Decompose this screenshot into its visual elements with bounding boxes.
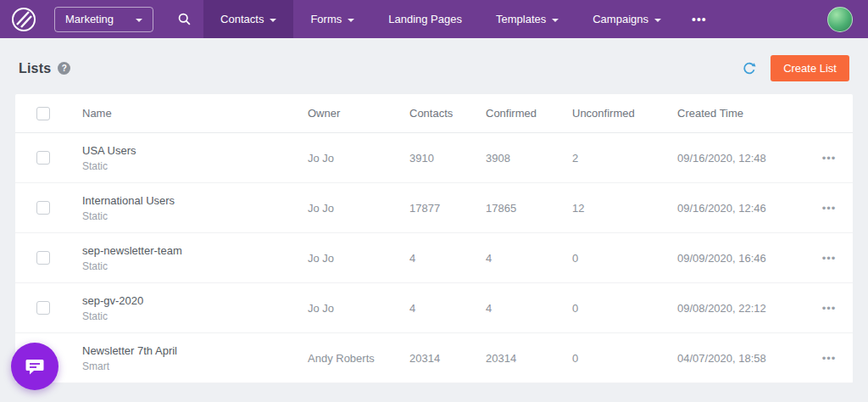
list-created-time: 09/08/2020, 22:12 (677, 302, 805, 315)
list-unconfirmed: 12 (572, 202, 677, 215)
list-type: Static (82, 310, 308, 322)
row-checkbox[interactable] (36, 301, 50, 315)
user-avatar[interactable] (827, 7, 853, 32)
refresh-button[interactable] (742, 61, 757, 76)
chevron-down-icon (552, 19, 559, 22)
list-owner: Andy Roberts (308, 352, 409, 365)
list-contacts: 4 (409, 252, 486, 265)
list-contacts: 17877 (409, 202, 486, 215)
workspace-label: Marketing (65, 13, 114, 25)
list-created-time: 04/07/2020, 18:58 (677, 352, 805, 365)
column-header-name: Name (82, 107, 308, 120)
list-type: Smart (82, 360, 308, 372)
more-icon: ••• (692, 13, 707, 26)
app-logo[interactable] (0, 0, 47, 38)
nav-label: Landing Pages (388, 13, 462, 25)
list-name[interactable]: International Users (82, 194, 308, 207)
table-row: USA Users Static Jo Jo 3910 3908 2 09/16… (15, 133, 853, 183)
list-unconfirmed: 0 (572, 302, 677, 315)
nav-label: Campaigns (593, 13, 648, 25)
table-row: Newsletter 7th April Smart Andy Roberts … (15, 333, 853, 383)
help-icon[interactable]: ? (58, 62, 70, 75)
chat-widget-button[interactable] (11, 343, 58, 390)
nav-item-contacts[interactable]: Contacts (203, 0, 293, 38)
list-name[interactable]: sep-gv-2020 (82, 294, 308, 307)
list-owner: Jo Jo (308, 152, 409, 165)
page-title: Lists (19, 61, 51, 76)
row-actions-button[interactable]: ••• (805, 302, 853, 315)
column-header-unconfirmed: Unconfirmed (572, 107, 677, 120)
list-created-time: 09/16/2020, 12:46 (677, 202, 805, 215)
main-nav: Contacts Forms Landing Pages Templates C… (203, 0, 721, 38)
list-confirmed: 3908 (486, 152, 572, 165)
nav-label: Templates (496, 13, 546, 25)
list-confirmed: 20314 (486, 352, 572, 365)
page-header-actions: Create List (742, 55, 849, 81)
chevron-down-icon (270, 19, 276, 22)
column-header-confirmed: Confirmed (486, 107, 572, 120)
list-confirmed: 4 (486, 252, 572, 265)
chat-bubble-icon (24, 355, 46, 377)
list-name[interactable]: sep-newsletter-team (82, 244, 308, 257)
column-header-owner: Owner (308, 107, 409, 120)
table-row: sep-gv-2020 Static Jo Jo 4 4 0 09/08/202… (15, 283, 853, 333)
list-contacts: 4 (409, 302, 486, 315)
table-row: International Users Static Jo Jo 17877 1… (15, 183, 853, 233)
list-confirmed: 17865 (486, 202, 572, 215)
row-checkbox[interactable] (36, 151, 50, 165)
search-icon (177, 12, 192, 26)
row-actions-button[interactable]: ••• (805, 252, 853, 265)
row-actions-button[interactable]: ••• (805, 352, 853, 365)
chevron-down-icon (348, 19, 354, 22)
list-type: Static (82, 160, 308, 172)
workspace-selector[interactable]: Marketing (54, 7, 153, 32)
list-type: Static (82, 210, 308, 222)
select-all-checkbox[interactable] (36, 107, 50, 120)
chevron-down-icon (654, 19, 661, 22)
row-checkbox[interactable] (36, 201, 50, 215)
table-row: sep-newsletter-team Static Jo Jo 4 4 0 0… (15, 233, 853, 283)
search-button[interactable] (177, 12, 192, 26)
nav-item-campaigns[interactable]: Campaigns (576, 0, 678, 38)
list-owner: Jo Jo (308, 252, 409, 265)
row-actions-button[interactable]: ••• (805, 152, 853, 165)
row-checkbox[interactable] (36, 251, 50, 265)
list-confirmed: 4 (486, 302, 572, 315)
list-owner: Jo Jo (308, 202, 409, 215)
refresh-icon (742, 61, 757, 76)
list-name[interactable]: USA Users (82, 144, 308, 157)
nav-label: Forms (310, 13, 342, 25)
chevron-down-icon (136, 19, 142, 22)
nav-item-landing-pages[interactable]: Landing Pages (371, 0, 479, 38)
list-created-time: 09/16/2020, 12:48 (677, 152, 805, 165)
list-created-time: 09/09/2020, 16:46 (677, 252, 805, 265)
row-actions-button[interactable]: ••• (805, 202, 853, 215)
list-contacts: 3910 (409, 152, 486, 165)
lists-table: Name Owner Contacts Confirmed Unconfirme… (15, 94, 853, 383)
list-name[interactable]: Newsletter 7th April (82, 344, 308, 357)
list-type: Static (82, 260, 308, 272)
column-header-contacts: Contacts (409, 107, 486, 120)
list-unconfirmed: 0 (572, 252, 677, 265)
nav-item-forms[interactable]: Forms (293, 0, 371, 38)
nav-item-templates[interactable]: Templates (479, 0, 576, 38)
create-list-button[interactable]: Create List (771, 55, 849, 81)
list-unconfirmed: 2 (572, 152, 677, 165)
list-owner: Jo Jo (308, 302, 409, 315)
page-header: Lists ? Create List (0, 38, 868, 94)
list-contacts: 20314 (409, 352, 486, 365)
table-header-row: Name Owner Contacts Confirmed Unconfirme… (15, 94, 853, 133)
nav-more-button[interactable]: ••• (678, 0, 721, 38)
nav-label: Contacts (220, 13, 264, 25)
top-navigation-bar: Marketing Contacts Forms Landing Pages T… (0, 0, 868, 38)
column-header-created: Created Time (677, 107, 805, 120)
app-logo-icon (10, 6, 37, 33)
list-unconfirmed: 0 (572, 352, 677, 365)
